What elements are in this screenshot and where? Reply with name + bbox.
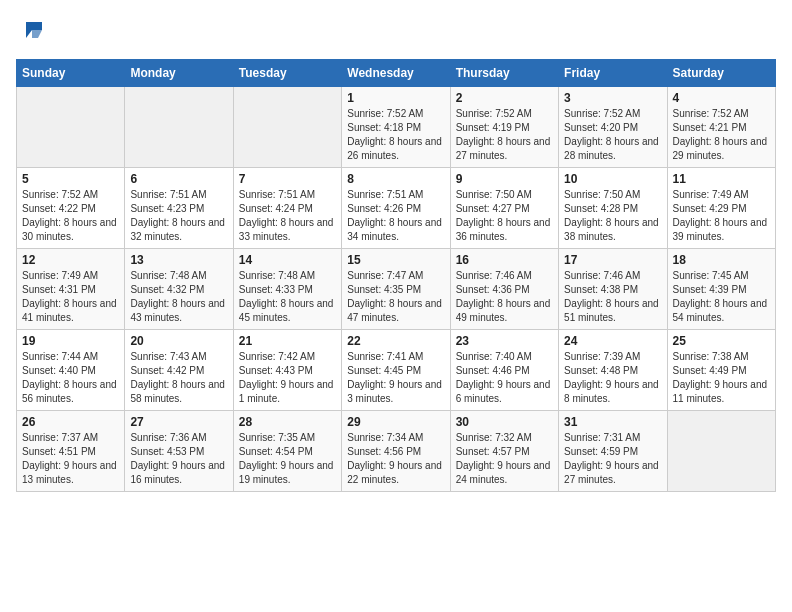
day-number: 15 [347, 253, 444, 267]
day-number: 2 [456, 91, 553, 105]
cell-info: Sunrise: 7:31 AMSunset: 4:59 PMDaylight:… [564, 432, 659, 485]
calendar-cell: 22 Sunrise: 7:41 AMSunset: 4:45 PMDaylig… [342, 330, 450, 411]
header-day-sunday: Sunday [17, 60, 125, 87]
cell-info: Sunrise: 7:42 AMSunset: 4:43 PMDaylight:… [239, 351, 334, 404]
cell-info: Sunrise: 7:49 AMSunset: 4:31 PMDaylight:… [22, 270, 117, 323]
calendar-header: SundayMondayTuesdayWednesdayThursdayFrid… [17, 60, 776, 87]
cell-info: Sunrise: 7:40 AMSunset: 4:46 PMDaylight:… [456, 351, 551, 404]
cell-info: Sunrise: 7:34 AMSunset: 4:56 PMDaylight:… [347, 432, 442, 485]
header-day-monday: Monday [125, 60, 233, 87]
day-number: 18 [673, 253, 770, 267]
day-number: 20 [130, 334, 227, 348]
day-number: 1 [347, 91, 444, 105]
calendar-cell: 12 Sunrise: 7:49 AMSunset: 4:31 PMDaylig… [17, 249, 125, 330]
day-number: 26 [22, 415, 119, 429]
cell-info: Sunrise: 7:41 AMSunset: 4:45 PMDaylight:… [347, 351, 442, 404]
calendar-cell: 6 Sunrise: 7:51 AMSunset: 4:23 PMDayligh… [125, 168, 233, 249]
calendar-cell: 17 Sunrise: 7:46 AMSunset: 4:38 PMDaylig… [559, 249, 667, 330]
day-number: 16 [456, 253, 553, 267]
day-number: 22 [347, 334, 444, 348]
cell-info: Sunrise: 7:52 AMSunset: 4:22 PMDaylight:… [22, 189, 117, 242]
calendar-cell: 28 Sunrise: 7:35 AMSunset: 4:54 PMDaylig… [233, 411, 341, 492]
calendar-cell: 24 Sunrise: 7:39 AMSunset: 4:48 PMDaylig… [559, 330, 667, 411]
day-number: 29 [347, 415, 444, 429]
calendar-cell: 4 Sunrise: 7:52 AMSunset: 4:21 PMDayligh… [667, 87, 775, 168]
calendar-cell: 19 Sunrise: 7:44 AMSunset: 4:40 PMDaylig… [17, 330, 125, 411]
cell-info: Sunrise: 7:48 AMSunset: 4:33 PMDaylight:… [239, 270, 334, 323]
cell-info: Sunrise: 7:49 AMSunset: 4:29 PMDaylight:… [673, 189, 768, 242]
logo-icon [18, 16, 46, 44]
calendar-cell [233, 87, 341, 168]
cell-info: Sunrise: 7:35 AMSunset: 4:54 PMDaylight:… [239, 432, 334, 485]
cell-info: Sunrise: 7:50 AMSunset: 4:27 PMDaylight:… [456, 189, 551, 242]
cell-info: Sunrise: 7:37 AMSunset: 4:51 PMDaylight:… [22, 432, 117, 485]
calendar-cell: 27 Sunrise: 7:36 AMSunset: 4:53 PMDaylig… [125, 411, 233, 492]
calendar-cell [667, 411, 775, 492]
cell-info: Sunrise: 7:38 AMSunset: 4:49 PMDaylight:… [673, 351, 768, 404]
cell-info: Sunrise: 7:36 AMSunset: 4:53 PMDaylight:… [130, 432, 225, 485]
cell-info: Sunrise: 7:51 AMSunset: 4:24 PMDaylight:… [239, 189, 334, 242]
logo [16, 16, 46, 49]
cell-info: Sunrise: 7:47 AMSunset: 4:35 PMDaylight:… [347, 270, 442, 323]
header-day-saturday: Saturday [667, 60, 775, 87]
day-number: 21 [239, 334, 336, 348]
calendar-cell: 7 Sunrise: 7:51 AMSunset: 4:24 PMDayligh… [233, 168, 341, 249]
calendar-cell: 20 Sunrise: 7:43 AMSunset: 4:42 PMDaylig… [125, 330, 233, 411]
header-day-tuesday: Tuesday [233, 60, 341, 87]
day-number: 4 [673, 91, 770, 105]
calendar-cell: 23 Sunrise: 7:40 AMSunset: 4:46 PMDaylig… [450, 330, 558, 411]
cell-info: Sunrise: 7:44 AMSunset: 4:40 PMDaylight:… [22, 351, 117, 404]
cell-info: Sunrise: 7:50 AMSunset: 4:28 PMDaylight:… [564, 189, 659, 242]
day-number: 12 [22, 253, 119, 267]
header-row: SundayMondayTuesdayWednesdayThursdayFrid… [17, 60, 776, 87]
calendar-cell: 10 Sunrise: 7:50 AMSunset: 4:28 PMDaylig… [559, 168, 667, 249]
calendar-cell: 25 Sunrise: 7:38 AMSunset: 4:49 PMDaylig… [667, 330, 775, 411]
cell-info: Sunrise: 7:52 AMSunset: 4:20 PMDaylight:… [564, 108, 659, 161]
day-number: 8 [347, 172, 444, 186]
header-day-friday: Friday [559, 60, 667, 87]
week-row-5: 26 Sunrise: 7:37 AMSunset: 4:51 PMDaylig… [17, 411, 776, 492]
calendar-cell: 16 Sunrise: 7:46 AMSunset: 4:36 PMDaylig… [450, 249, 558, 330]
day-number: 13 [130, 253, 227, 267]
day-number: 11 [673, 172, 770, 186]
cell-info: Sunrise: 7:45 AMSunset: 4:39 PMDaylight:… [673, 270, 768, 323]
calendar-cell: 29 Sunrise: 7:34 AMSunset: 4:56 PMDaylig… [342, 411, 450, 492]
calendar-cell: 3 Sunrise: 7:52 AMSunset: 4:20 PMDayligh… [559, 87, 667, 168]
calendar-cell: 14 Sunrise: 7:48 AMSunset: 4:33 PMDaylig… [233, 249, 341, 330]
cell-info: Sunrise: 7:48 AMSunset: 4:32 PMDaylight:… [130, 270, 225, 323]
day-number: 27 [130, 415, 227, 429]
calendar-cell: 1 Sunrise: 7:52 AMSunset: 4:18 PMDayligh… [342, 87, 450, 168]
svg-marker-1 [32, 30, 42, 38]
day-number: 6 [130, 172, 227, 186]
calendar-cell: 2 Sunrise: 7:52 AMSunset: 4:19 PMDayligh… [450, 87, 558, 168]
calendar-cell: 30 Sunrise: 7:32 AMSunset: 4:57 PMDaylig… [450, 411, 558, 492]
calendar-table: SundayMondayTuesdayWednesdayThursdayFrid… [16, 59, 776, 492]
calendar-cell: 21 Sunrise: 7:42 AMSunset: 4:43 PMDaylig… [233, 330, 341, 411]
cell-info: Sunrise: 7:32 AMSunset: 4:57 PMDaylight:… [456, 432, 551, 485]
day-number: 28 [239, 415, 336, 429]
day-number: 19 [22, 334, 119, 348]
cell-info: Sunrise: 7:52 AMSunset: 4:18 PMDaylight:… [347, 108, 442, 161]
day-number: 24 [564, 334, 661, 348]
cell-info: Sunrise: 7:46 AMSunset: 4:36 PMDaylight:… [456, 270, 551, 323]
calendar-cell [125, 87, 233, 168]
header-day-thursday: Thursday [450, 60, 558, 87]
day-number: 30 [456, 415, 553, 429]
day-number: 31 [564, 415, 661, 429]
calendar-cell: 11 Sunrise: 7:49 AMSunset: 4:29 PMDaylig… [667, 168, 775, 249]
week-row-3: 12 Sunrise: 7:49 AMSunset: 4:31 PMDaylig… [17, 249, 776, 330]
week-row-2: 5 Sunrise: 7:52 AMSunset: 4:22 PMDayligh… [17, 168, 776, 249]
calendar-cell: 9 Sunrise: 7:50 AMSunset: 4:27 PMDayligh… [450, 168, 558, 249]
calendar-cell: 31 Sunrise: 7:31 AMSunset: 4:59 PMDaylig… [559, 411, 667, 492]
calendar-cell: 13 Sunrise: 7:48 AMSunset: 4:32 PMDaylig… [125, 249, 233, 330]
logo-text [16, 16, 46, 49]
day-number: 10 [564, 172, 661, 186]
day-number: 5 [22, 172, 119, 186]
calendar-cell: 15 Sunrise: 7:47 AMSunset: 4:35 PMDaylig… [342, 249, 450, 330]
header-day-wednesday: Wednesday [342, 60, 450, 87]
day-number: 23 [456, 334, 553, 348]
week-row-1: 1 Sunrise: 7:52 AMSunset: 4:18 PMDayligh… [17, 87, 776, 168]
day-number: 9 [456, 172, 553, 186]
day-number: 3 [564, 91, 661, 105]
calendar-cell: 26 Sunrise: 7:37 AMSunset: 4:51 PMDaylig… [17, 411, 125, 492]
